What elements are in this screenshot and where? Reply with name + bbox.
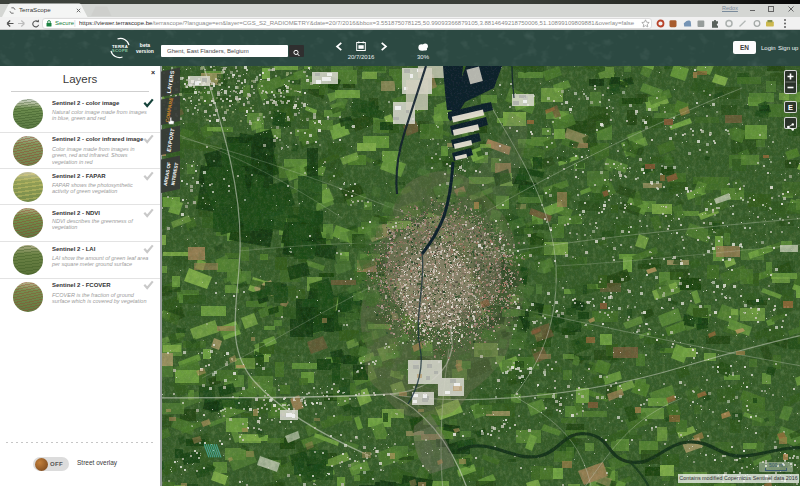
svg-text:SCOPE: SCOPE [112, 48, 128, 53]
